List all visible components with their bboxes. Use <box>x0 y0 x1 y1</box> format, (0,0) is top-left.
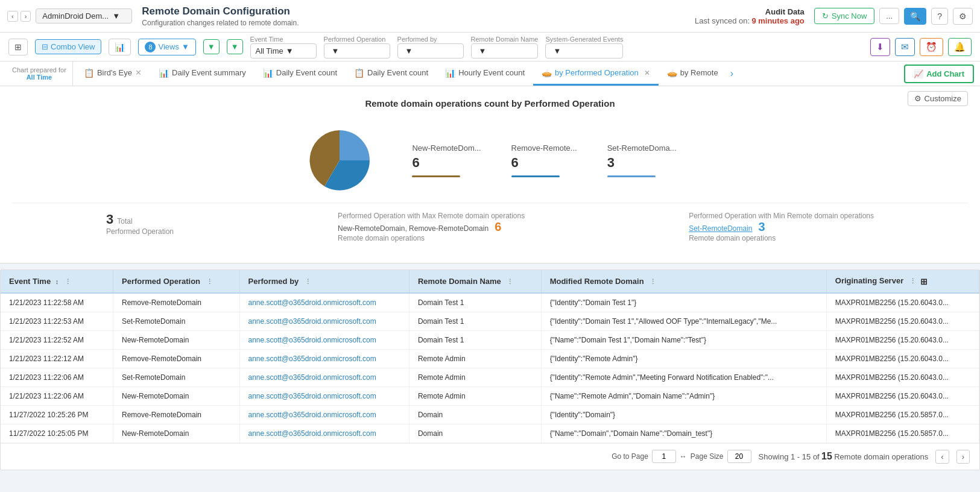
cell-remote-domain-1: Domain Test 1 <box>409 312 541 330</box>
chart-prepared: Chart prepared for All Time <box>6 62 73 86</box>
cell-performed-by-1[interactable]: anne.scott@o365droid.onmicrosoft.com <box>239 312 409 330</box>
page-size-input[interactable] <box>727 450 751 463</box>
performed-by-label: Performed by <box>397 36 464 43</box>
chart-tabs-next[interactable]: › <box>727 63 737 84</box>
event-time-chevron: ▼ <box>286 46 294 55</box>
filter-more-button[interactable]: ▼ <box>227 39 243 54</box>
audit-sync-time: Last synced on: 9 minutes ago <box>695 16 805 25</box>
prev-page-button[interactable]: ‹ <box>935 450 949 464</box>
col-settings-icon[interactable]: ⊞ <box>920 277 928 286</box>
nav-back-button[interactable]: ‹ <box>7 11 18 22</box>
app-selector[interactable]: AdminDroid Dem... ▼ <box>36 8 132 24</box>
next-page-button[interactable]: › <box>956 450 970 464</box>
settings-button[interactable]: ⚙ <box>953 8 973 25</box>
page-title-area: Remote Domain Configuration Configuratio… <box>142 5 695 27</box>
combo-view-button[interactable]: ⊟ Combo View <box>35 39 101 54</box>
tab-hourly-count[interactable]: 📊 Hourly Event count <box>437 62 533 86</box>
customize-button[interactable]: ⚙ Customize <box>908 91 968 106</box>
cell-event-time-3: 1/21/2023 11:22:12 AM <box>1 349 113 368</box>
chart-view-button[interactable]: 📊 <box>109 39 131 55</box>
tab-by-performed-op[interactable]: 🥧 by Performed Operation ✕ <box>533 62 659 86</box>
stat-min-link[interactable]: Set-RemoteDomain <box>689 224 752 233</box>
system-events-filter-wrap: System-Generated Events ▼ <box>545 36 623 58</box>
cell-remote-domain-7: Domain <box>409 424 541 443</box>
tab-daily-count-1[interactable]: 📊 Daily Event count <box>254 62 346 86</box>
chart-prepared-label: Chart prepared for <box>12 66 66 74</box>
cell-modified-0: {"Identity":"Domain Test 1"} <box>541 293 826 312</box>
col-performed-by[interactable]: Performed by ⋮ <box>239 270 409 293</box>
pie-svg <box>303 124 376 197</box>
stat-total-number: 3 <box>106 212 113 227</box>
cell-server-2: MAXPR01MB2256 (15.20.6043.0... <box>826 330 979 349</box>
stat-min-value: 3 <box>759 220 765 234</box>
col-performed-op[interactable]: Performed Operation ⋮ <box>113 270 240 293</box>
add-chart-button[interactable]: 📈 Add Chart <box>904 65 974 83</box>
customize-icon: ⚙ <box>914 94 922 103</box>
stat-min-label: Performed Operation with Min Remote doma… <box>689 212 874 220</box>
table-row: 11/27/2022 10:25:05 PM New-RemoteDomain … <box>1 424 979 443</box>
showing-text: Showing 1 - 15 of 15 Remote domain opera… <box>759 451 929 462</box>
cell-performed-by-0[interactable]: anne.scott@o365droid.onmicrosoft.com <box>239 293 409 312</box>
performed-by-chevron: ▼ <box>405 46 413 55</box>
schedule-button[interactable]: ⏰ <box>920 38 943 56</box>
col-modified-remote[interactable]: Modified Remote Domain ⋮ <box>541 270 826 293</box>
alert-button[interactable]: 🔔 <box>948 38 972 56</box>
event-time-dropdown[interactable]: All Time ▼ <box>250 43 317 58</box>
page-number-input[interactable] <box>652 450 676 463</box>
filter-button[interactable]: ▼ <box>203 39 220 54</box>
table-row: 11/27/2022 10:25:26 PM Remove-RemoteDoma… <box>1 405 979 424</box>
daily-summary-icon: 📊 <box>159 68 169 78</box>
email-button[interactable]: ✉ <box>895 38 915 56</box>
tab-daily-summary[interactable]: 📊 Daily Event summary <box>150 62 254 86</box>
search-button[interactable]: 🔍 <box>904 8 926 25</box>
cell-performed-by-7[interactable]: anne.scott@o365droid.onmicrosoft.com <box>239 424 409 443</box>
download-button[interactable]: ⬇ <box>870 38 890 56</box>
col-menu-remote-domain[interactable]: ⋮ <box>507 278 513 285</box>
col-menu-event-time[interactable]: ⋮ <box>65 278 71 285</box>
grid-view-button[interactable]: ⊞ <box>8 39 28 55</box>
by-performed-op-icon: 🥧 <box>542 68 552 78</box>
table-row: 1/21/2023 11:22:53 AM Set-RemoteDomain a… <box>1 312 979 330</box>
total-count: 15 <box>821 451 832 461</box>
chart-prepared-value[interactable]: All Time <box>27 74 52 81</box>
tab-birds-eye[interactable]: 📋 Bird's Eye ✕ <box>75 62 150 86</box>
col-menu-modified-remote[interactable]: ⋮ <box>650 278 656 285</box>
cell-performed-op-3: Remove-RemoteDomain <box>113 349 240 368</box>
sync-now-button[interactable]: ↻ Sync Now <box>814 8 875 24</box>
legend-label-set: Set-RemoteDoma... <box>607 144 677 153</box>
cell-performed-by-2[interactable]: anne.scott@o365droid.onmicrosoft.com <box>239 330 409 349</box>
views-button[interactable]: 8 Views ▼ <box>138 39 195 55</box>
stat-max-main: New-RemoteDomain, Remove-RemoteDomain 6 <box>338 220 525 234</box>
cell-event-time-1: 1/21/2023 11:22:53 AM <box>1 312 113 330</box>
col-remote-domain[interactable]: Remote Domain Name ⋮ <box>409 270 541 293</box>
col-remote-domain-label: Remote Domain Name <box>418 277 501 286</box>
chart-tabs: Chart prepared for All Time 📋 Bird's Eye… <box>0 62 980 86</box>
nav-forward-button[interactable]: › <box>21 11 31 22</box>
col-event-time[interactable]: Event Time ↕ ⋮ <box>1 270 113 293</box>
by-performed-op-close-icon[interactable]: ✕ <box>644 69 650 77</box>
help-button[interactable]: ? <box>931 8 948 25</box>
performed-op-dropdown[interactable]: ▼ <box>324 43 390 58</box>
event-time-value: All Time <box>256 46 283 55</box>
col-menu-performed-op[interactable]: ⋮ <box>206 278 213 285</box>
remote-domain-dropdown[interactable]: ▼ <box>471 43 539 58</box>
tab-by-remote[interactable]: 🥧 by Remote <box>659 62 727 86</box>
cell-performed-by-3[interactable]: anne.scott@o365droid.onmicrosoft.com <box>239 349 409 368</box>
col-menu-performed-by[interactable]: ⋮ <box>305 278 311 285</box>
add-chart-label: Add Chart <box>926 69 964 78</box>
birds-eye-close-icon[interactable]: ✕ <box>135 68 142 77</box>
more-options-button[interactable]: ... <box>879 8 899 24</box>
legend-item-remove: Remove-Remote... 6 <box>511 144 577 177</box>
data-table-section: Event Time ↕ ⋮ Performed Operation ⋮ Per… <box>0 270 980 470</box>
col-originating-server[interactable]: Originating Server ⋮ ⊞ <box>826 270 979 293</box>
cell-modified-2: {"Name":"Domain Test 1","Domain Name":"T… <box>541 330 826 349</box>
stat-max: Performed Operation with Max Remote doma… <box>338 212 525 242</box>
col-menu-originating-server[interactable]: ⋮ <box>909 277 916 285</box>
system-events-dropdown[interactable]: ▼ <box>545 43 623 58</box>
cell-performed-by-5[interactable]: anne.scott@o365droid.onmicrosoft.com <box>239 386 409 405</box>
performed-by-dropdown[interactable]: ▼ <box>397 43 464 58</box>
cell-performed-by-6[interactable]: anne.scott@o365droid.onmicrosoft.com <box>239 405 409 424</box>
cell-server-1: MAXPR01MB2256 (15.20.6043.0... <box>826 312 979 330</box>
cell-performed-by-4[interactable]: anne.scott@o365droid.onmicrosoft.com <box>239 368 409 386</box>
tab-daily-count-2[interactable]: 📋 Daily Event count <box>346 62 437 86</box>
